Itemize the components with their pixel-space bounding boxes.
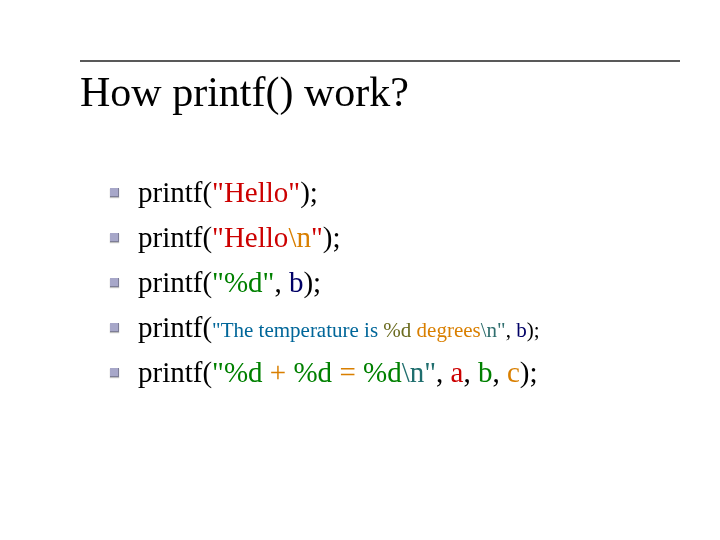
escape-seq: \n" bbox=[402, 356, 436, 388]
code-text: printf( bbox=[138, 266, 212, 298]
code-text: printf( bbox=[138, 221, 212, 253]
arg-var: b bbox=[289, 266, 304, 298]
list-item: printf("%d", b); bbox=[100, 260, 680, 305]
string-literal: " bbox=[311, 221, 323, 253]
code-text: , bbox=[492, 356, 507, 388]
bullet-list: printf("Hello"); printf("Hello\n"); prin… bbox=[100, 170, 680, 395]
string-literal: degrees bbox=[417, 318, 481, 342]
format-spec: "%d bbox=[212, 356, 263, 388]
arg-var: b bbox=[516, 318, 527, 342]
format-spec: %d bbox=[383, 318, 416, 342]
code-text: ); bbox=[520, 356, 538, 388]
escape-seq: \n" bbox=[481, 318, 506, 342]
list-item: printf("Hello\n"); bbox=[100, 215, 680, 260]
title-block: How printf() work? bbox=[80, 60, 680, 116]
arg-var: a bbox=[451, 356, 464, 388]
slide: How printf() work? printf("Hello"); prin… bbox=[0, 0, 720, 540]
title-rule bbox=[80, 60, 680, 62]
string-literal: "The temperature is bbox=[212, 318, 383, 342]
format-spec: %d bbox=[363, 356, 402, 388]
code-text: , bbox=[506, 318, 517, 342]
escape-seq: \n bbox=[288, 221, 311, 253]
arg-var: c bbox=[507, 356, 520, 388]
code-text: ); bbox=[527, 318, 540, 342]
code-text: printf( bbox=[138, 176, 212, 208]
code-text: , bbox=[436, 356, 451, 388]
code-text: ); bbox=[300, 176, 318, 208]
code-text: , bbox=[274, 266, 289, 298]
code-text: printf( bbox=[138, 356, 212, 388]
code-text: ); bbox=[323, 221, 341, 253]
string-literal: "Hello" bbox=[212, 176, 300, 208]
format-spec: %d bbox=[293, 356, 332, 388]
format-spec: "%d" bbox=[212, 266, 274, 298]
list-item: printf("Hello"); bbox=[100, 170, 680, 215]
string-literal: = bbox=[332, 356, 363, 388]
list-item: printf("The temperature is %d degrees\n"… bbox=[100, 305, 680, 350]
arg-var: b bbox=[478, 356, 493, 388]
string-literal: + bbox=[263, 356, 294, 388]
code-text: , bbox=[463, 356, 478, 388]
code-text: printf( bbox=[138, 311, 212, 343]
slide-title: How printf() work? bbox=[80, 68, 680, 116]
string-literal: "Hello bbox=[212, 221, 288, 253]
code-text: ); bbox=[303, 266, 321, 298]
list-item: printf("%d + %d = %d\n", a, b, c); bbox=[100, 350, 680, 395]
